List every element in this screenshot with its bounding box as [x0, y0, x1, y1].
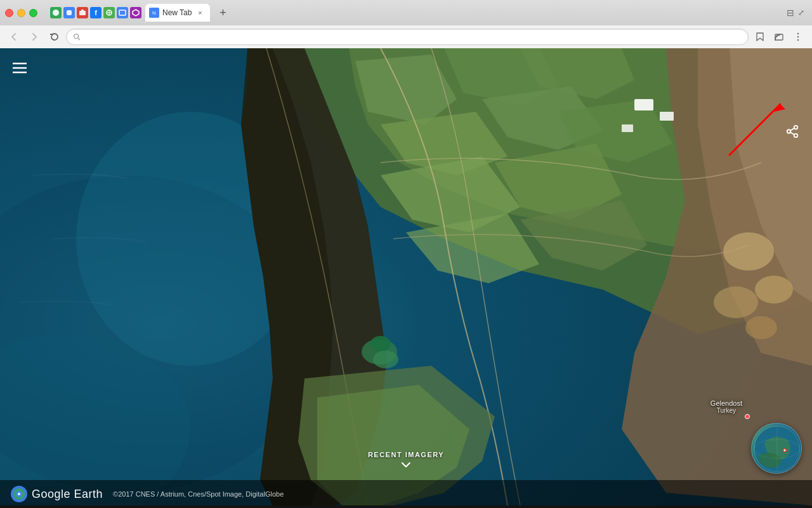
- svg-point-56: [787, 130, 791, 133]
- place-country: Turkey: [710, 407, 742, 414]
- svg-point-16: [797, 33, 799, 34]
- titlebar: f N New Tab × + ⊟: [0, 0, 812, 25]
- ext-icon-1[interactable]: [50, 7, 62, 18]
- svg-line-59: [790, 132, 794, 135]
- svg-point-40: [723, 232, 774, 271]
- reload-button[interactable]: [46, 28, 63, 46]
- tab-label-new: New Tab: [162, 8, 192, 17]
- ext-icon-fb[interactable]: f: [90, 7, 102, 18]
- tab-close-new[interactable]: ×: [195, 8, 205, 18]
- svg-rect-2: [79, 11, 86, 15]
- window-minimize-icon[interactable]: ⊟: [787, 8, 794, 18]
- svg-text:N: N: [152, 10, 156, 16]
- ge-logo: Google Earth: [10, 485, 103, 503]
- ge-copyright: ©2017 CNES / Astrium, Cnes/Spot Image, D…: [113, 490, 284, 498]
- minimize-button[interactable]: [17, 9, 25, 17]
- svg-rect-44: [634, 99, 653, 110]
- map-content[interactable]: RECENT IMAGERY Gelendost Turkey: [0, 48, 812, 508]
- hamburger-icon: [13, 62, 27, 74]
- svg-point-70: [18, 493, 20, 495]
- close-button[interactable]: [5, 9, 13, 17]
- ge-logo-text: Google Earth: [32, 488, 103, 501]
- tab-bar: N New Tab × +: [145, 4, 783, 22]
- ext-icon-2[interactable]: [63, 7, 75, 18]
- ext-icon-5[interactable]: [117, 7, 128, 18]
- svg-point-48: [373, 351, 398, 368]
- tab-new-tab[interactable]: N New Tab ×: [145, 4, 210, 22]
- svg-point-0: [53, 10, 59, 16]
- ext-icon-3[interactable]: [77, 7, 88, 18]
- tab-favicon-new: N: [149, 8, 159, 18]
- svg-point-18: [797, 39, 799, 41]
- svg-point-63: [784, 450, 786, 451]
- svg-point-11: [74, 34, 79, 39]
- svg-rect-3: [81, 10, 84, 11]
- svg-point-49: [370, 336, 391, 351]
- globe-minimap[interactable]: [751, 423, 802, 474]
- menu-button[interactable]: [789, 28, 807, 46]
- svg-point-15: [775, 39, 776, 41]
- ge-logo-name: Google Earth: [32, 488, 103, 501]
- svg-point-42: [714, 286, 758, 318]
- extension-icons: f: [50, 7, 141, 18]
- navbar: [0, 25, 812, 48]
- forward-button[interactable]: [25, 28, 43, 46]
- maximize-button[interactable]: [29, 9, 37, 17]
- address-bar[interactable]: [66, 29, 749, 45]
- svg-point-17: [797, 36, 799, 37]
- ge-share-button[interactable]: [785, 124, 799, 142]
- share-icon: [785, 124, 799, 138]
- new-tab-button[interactable]: +: [214, 4, 232, 22]
- svg-marker-8: [133, 10, 139, 16]
- place-marker: [745, 414, 750, 419]
- ge-bottom-bar: Google Earth ©2017 CNES / Astrium, Cnes/…: [0, 480, 812, 508]
- recent-imagery-chevron: [401, 460, 411, 470]
- svg-rect-7: [119, 10, 126, 15]
- svg-rect-45: [660, 112, 674, 121]
- ext-icon-6[interactable]: [130, 7, 141, 18]
- nav-actions: [751, 28, 807, 46]
- url-input[interactable]: [84, 32, 742, 41]
- svg-point-43: [745, 316, 777, 339]
- place-name: Gelendost: [710, 399, 742, 407]
- svg-point-55: [794, 126, 798, 130]
- search-icon: [73, 33, 81, 41]
- svg-line-58: [790, 128, 794, 131]
- svg-line-12: [78, 38, 80, 40]
- ext-icon-4[interactable]: [103, 7, 115, 18]
- svg-rect-1: [67, 10, 72, 15]
- svg-point-41: [755, 276, 793, 304]
- traffic-lights: [5, 9, 37, 17]
- ge-logo-icon: [10, 485, 28, 503]
- window-expand-icon[interactable]: ⤢: [798, 8, 804, 17]
- place-label: Gelendost Turkey: [710, 399, 742, 414]
- browser-window: f N New Tab × + ⊟: [0, 0, 812, 508]
- back-button[interactable]: [5, 28, 23, 46]
- svg-point-57: [794, 134, 798, 138]
- globe-svg: [752, 424, 802, 474]
- recent-imagery-button[interactable]: RECENT IMAGERY: [368, 451, 444, 470]
- satellite-map: [0, 48, 812, 505]
- cast-button[interactable]: [770, 28, 788, 46]
- bookmark-button[interactable]: [751, 28, 769, 46]
- svg-marker-13: [757, 33, 763, 41]
- ge-menu-button[interactable]: [13, 61, 27, 77]
- svg-rect-46: [622, 124, 633, 132]
- recent-imagery-label: RECENT IMAGERY: [368, 451, 444, 458]
